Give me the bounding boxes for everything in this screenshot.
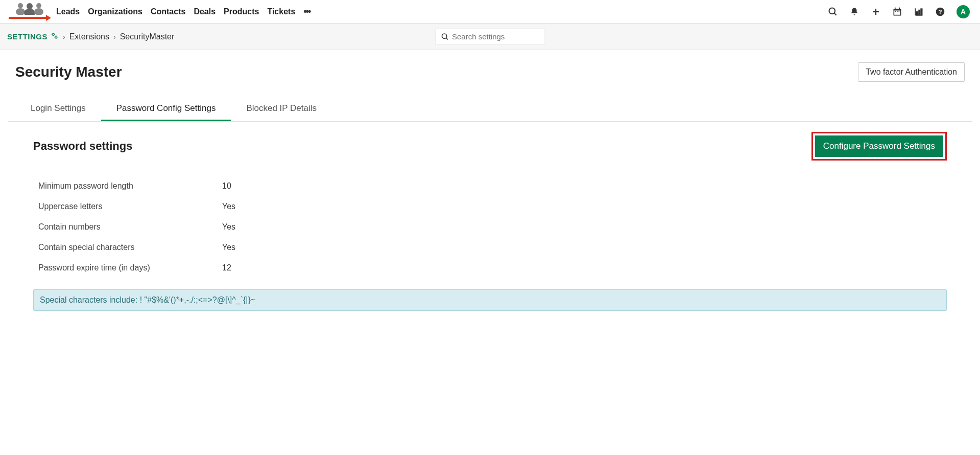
- app-logo[interactable]: [5, 2, 51, 22]
- svg-point-4: [36, 3, 41, 8]
- search-icon[interactable]: [828, 7, 838, 17]
- page-header: Security Master Two factor Authenticatio…: [0, 50, 980, 87]
- svg-line-9: [834, 13, 836, 15]
- page-title: Security Master: [15, 64, 122, 80]
- settings-value-numbers: Yes: [222, 222, 235, 232]
- nav-items: Leads Organizations Contacts Deals Produ…: [56, 6, 310, 17]
- breadcrumb-securitymaster[interactable]: SecurityMaster: [120, 32, 175, 41]
- settings-value-expire: 12: [222, 263, 231, 272]
- breadcrumb-bar: SETTINGS › Extensions › SecurityMaster: [0, 24, 980, 50]
- tab-login-settings[interactable]: Login Settings: [15, 97, 101, 121]
- svg-point-0: [18, 3, 23, 8]
- svg-text:?: ?: [938, 8, 942, 15]
- breadcrumb-extensions[interactable]: Extensions: [69, 32, 109, 41]
- settings-label-numbers: Contain numbers: [38, 222, 222, 232]
- settings-label-min-length: Minimum password length: [38, 181, 222, 191]
- nav-products[interactable]: Products: [224, 7, 259, 16]
- info-box: Special characters include: ! "#$%&'()*+…: [33, 289, 947, 311]
- help-icon[interactable]: ?: [935, 7, 945, 17]
- svg-point-5: [34, 8, 43, 15]
- svg-rect-14: [899, 7, 900, 9]
- top-nav: Leads Organizations Contacts Deals Produ…: [0, 0, 980, 24]
- nav-contacts[interactable]: Contacts: [151, 7, 185, 16]
- nav-icons: ? A: [828, 5, 975, 18]
- configure-button-highlight: Configure Password Settings: [811, 132, 947, 161]
- search-icon: [441, 32, 449, 41]
- settings-row: Contain numbers Yes: [38, 217, 947, 237]
- settings-row: Contain special characters Yes: [38, 237, 947, 258]
- svg-rect-23: [921, 9, 922, 15]
- breadcrumb-settings[interactable]: SETTINGS: [7, 32, 47, 41]
- nav-organizations[interactable]: Organizations: [88, 7, 142, 16]
- content-section: Password settings Configure Password Set…: [0, 122, 980, 321]
- svg-marker-7: [46, 15, 51, 21]
- settings-value-special: Yes: [222, 243, 235, 252]
- svg-rect-13: [895, 7, 896, 9]
- section-header: Password settings Configure Password Set…: [33, 132, 947, 161]
- settings-label-special: Contain special characters: [38, 243, 222, 252]
- search-input[interactable]: [452, 32, 539, 41]
- tab-password-config[interactable]: Password Config Settings: [101, 97, 231, 121]
- svg-point-8: [829, 8, 835, 14]
- logo-people-icon: [10, 3, 46, 15]
- nav-more-icon[interactable]: •••: [303, 6, 310, 17]
- svg-rect-22: [919, 10, 920, 15]
- search-container: [435, 29, 545, 45]
- section-title: Password settings: [33, 140, 132, 153]
- svg-rect-18: [899, 11, 900, 12]
- svg-rect-16: [895, 11, 896, 12]
- chart-icon[interactable]: [914, 7, 924, 17]
- user-avatar[interactable]: A: [957, 5, 970, 18]
- svg-point-3: [24, 9, 35, 15]
- nav-tickets[interactable]: Tickets: [267, 7, 295, 16]
- settings-row: Uppercase letters Yes: [38, 196, 947, 217]
- breadcrumb-separator: ›: [113, 33, 116, 41]
- settings-value-uppercase: Yes: [222, 202, 235, 211]
- plus-icon[interactable]: [871, 7, 881, 17]
- svg-rect-15: [894, 10, 900, 14]
- logo-arrow-icon: [8, 15, 51, 21]
- svg-rect-21: [917, 12, 918, 15]
- bell-icon[interactable]: [849, 7, 859, 17]
- svg-point-26: [52, 33, 54, 35]
- settings-row: Password expire time (in days) 12: [38, 258, 947, 278]
- settings-row: Minimum password length 10: [38, 176, 947, 196]
- svg-point-2: [27, 3, 33, 9]
- nav-deals[interactable]: Deals: [194, 7, 216, 16]
- tabs: Login Settings Password Config Settings …: [8, 97, 972, 122]
- two-factor-auth-button[interactable]: Two factor Authentication: [858, 62, 965, 82]
- svg-line-29: [446, 37, 447, 39]
- calendar-icon[interactable]: [892, 7, 902, 17]
- settings-rows: Minimum password length 10 Uppercase let…: [33, 176, 947, 278]
- svg-point-1: [16, 8, 25, 15]
- svg-rect-17: [897, 11, 898, 12]
- settings-value-min-length: 10: [222, 181, 231, 191]
- nav-leads[interactable]: Leads: [56, 7, 80, 16]
- breadcrumb-separator: ›: [63, 33, 65, 41]
- svg-point-28: [442, 34, 446, 38]
- tab-blocked-ip[interactable]: Blocked IP Details: [231, 97, 332, 121]
- settings-label-uppercase: Uppercase letters: [38, 202, 222, 211]
- settings-label-expire: Password expire time (in days): [38, 263, 222, 272]
- svg-point-27: [55, 36, 57, 38]
- gear-icon[interactable]: [51, 32, 59, 41]
- configure-password-button[interactable]: Configure Password Settings: [815, 135, 943, 157]
